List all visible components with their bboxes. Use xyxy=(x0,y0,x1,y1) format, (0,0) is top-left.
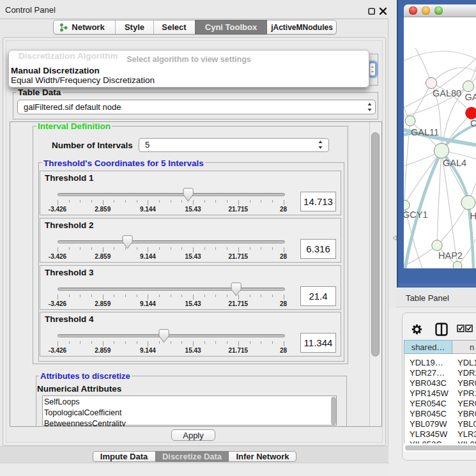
svg-text:C: C xyxy=(470,118,476,128)
svg-text:GAL4: GAL4 xyxy=(443,158,466,168)
svg-text:GAL11: GAL11 xyxy=(411,127,439,137)
svg-text:H: H xyxy=(470,211,476,221)
svg-text:GAL80: GAL80 xyxy=(433,88,461,98)
svg-text:GCY1: GCY1 xyxy=(404,210,428,220)
svg-text:HAP2: HAP2 xyxy=(438,250,463,261)
svg-text:GA: GA xyxy=(465,92,476,102)
